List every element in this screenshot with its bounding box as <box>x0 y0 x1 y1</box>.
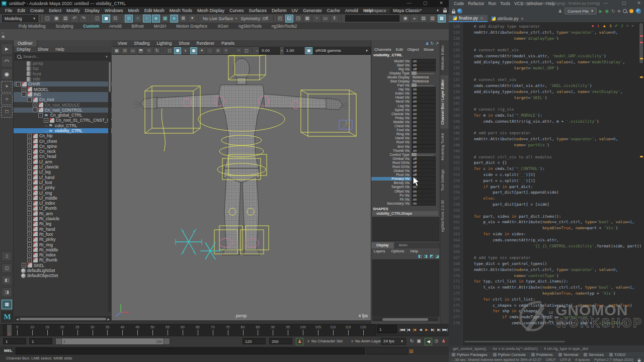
outliner-item-skel[interactable]: +SKEL <box>14 263 112 268</box>
command-input-field[interactable] <box>16 347 365 354</box>
channel-menu-edit[interactable]: Edit <box>394 47 405 52</box>
redo-icon[interactable]: ↷ <box>79 15 88 23</box>
outliner-item-cn_chest[interactable]: +Cn_chest <box>14 138 112 143</box>
shelf-menu-icon[interactable]: – <box>2 30 4 35</box>
scale-tool-icon[interactable]: □ <box>1 106 13 118</box>
attribute-value-field[interactable]: off <box>412 67 436 71</box>
channel-attribute-model-display[interactable]: Model DisplayReference <box>371 75 440 79</box>
render-settings-icon[interactable]: ▭ <box>321 15 330 23</box>
viewport-panel[interactable]: ViewShadingLightingShowRendererPanels ▦⊡… <box>112 40 371 324</box>
play-backwards-button[interactable]: ◀ <box>417 328 423 332</box>
maya-menu-edit-mesh[interactable]: Edit Mesh <box>142 8 167 13</box>
maya-menu-edit[interactable]: Edit <box>15 8 28 13</box>
outliner-item-rt_hand[interactable]: +Rt_hand <box>14 227 112 232</box>
field-chart-icon[interactable]: ⌗ <box>145 47 152 54</box>
outliner-item-rt_foot[interactable]: +Rt_foot <box>14 232 112 237</box>
outliner-panel-tab[interactable]: Outliner <box>14 40 37 46</box>
command-line-language-button[interactable]: MEL <box>4 348 13 353</box>
code-with-me-icon[interactable]: ♟ <box>558 9 562 14</box>
attribute-value-field[interactable]: on <box>412 148 436 153</box>
search-everywhere-icon[interactable] <box>623 9 627 13</box>
outliner-item-defaultobjectset[interactable]: defaultObjectSet <box>14 273 112 278</box>
code-line[interactable]: side = c.split('_')[0] <box>464 172 535 178</box>
outliner-item-rt_thumb[interactable]: +Rt_thumb <box>14 257 112 262</box>
debug-button[interactable]: ◉ <box>605 9 609 14</box>
outliner-item-model[interactable]: +MODEL <box>14 86 112 92</box>
code-line[interactable]: nmAttr.Attribute(node=v_ctrl.ctrl, type=… <box>464 30 618 36</box>
code-line[interactable]: cmds.connectAttr(t_vis.attr, shp + '.vis… <box>464 320 627 326</box>
channel-menu-channels[interactable]: Channels <box>372 47 393 52</box>
expand-toggle-icon[interactable]: + <box>27 186 32 190</box>
layer-menu-help[interactable]: Help <box>408 249 420 253</box>
persp-outliner-layout-button[interactable]: ◧ <box>2 276 12 285</box>
code-line[interactable]: # connect skel_vis <box>464 77 516 83</box>
outliner-horizontal-scrollbar[interactable]: ◀ ▶ <box>15 316 111 322</box>
playback-start-field[interactable]: 1 <box>29 338 52 344</box>
move-layer-icon[interactable]: ◪ <box>435 254 439 258</box>
maya-menu-mesh-display[interactable]: Mesh Display <box>195 8 227 13</box>
modeling-toolkit-icon[interactable]: ◉ <box>401 15 410 23</box>
tab-close-icon[interactable]: ✕ <box>480 16 484 21</box>
outliner-item-lf_arm[interactable]: +Lf_arm <box>14 159 112 164</box>
outliner-item-cn_neck[interactable]: +Cn_neck <box>14 149 112 154</box>
channel-sync-icon[interactable]: ↻ <box>431 41 434 46</box>
expand-toggle-icon[interactable]: + <box>27 159 32 164</box>
anim-layer-selector[interactable]: ▼No Anim Layer <box>351 338 381 344</box>
snap-to-point-icon[interactable]: ◇ <box>143 15 151 23</box>
outliner-item-lf_clavicle[interactable]: +Lf_clavicle <box>14 164 112 169</box>
code-line[interactable]: cmds.connectAttr(skel_vis.attr, 'SKEL.vi… <box>464 83 592 89</box>
shelf-gear-icon[interactable]: ✱ <box>2 35 5 39</box>
channel-box-node-name[interactable]: visibility_CTRL <box>373 53 403 57</box>
sidebar-tab-modeling-toolkit[interactable]: Modeling Toolkit <box>440 129 448 164</box>
ambient-occlusion-icon[interactable]: ⊙ <box>214 47 221 54</box>
editor-tab-finalize-py[interactable]: finalize.py✕ <box>449 15 488 22</box>
code-line[interactable]: cmds.connectAttr(model_vis.attr, 'model_… <box>464 53 606 59</box>
ik-star-controls[interactable] <box>176 229 226 259</box>
maya-title-bar[interactable]: M untitled* - Autodesk Maya 2020: untitl… <box>0 0 449 7</box>
code-line[interactable]: target='model_GRP') <box>464 65 559 71</box>
channel-box-icon[interactable]: ▦ <box>438 15 446 23</box>
code-line[interactable]: nmAttr.Attribute(node=v_ctrl.ctrl, type=… <box>464 136 618 142</box>
character-set-selector[interactable]: ▼No Character Set <box>307 338 343 344</box>
expand-toggle-icon[interactable]: − <box>27 98 32 102</box>
code-line[interactable]: part_dict[part] = [side] <box>464 202 549 208</box>
expand-toggle-icon[interactable]: + <box>27 149 32 154</box>
outliner-item-rt_leg[interactable]: +Rt_leg <box>14 221 112 226</box>
pycharm-menu-code[interactable]: Code <box>452 1 466 6</box>
undo-icon[interactable]: ↶ <box>70 15 78 23</box>
code-line[interactable]: cmds.connectAttr(p_vis.attr, <box>464 237 559 243</box>
code-line[interactable]: if part in part_dict: <box>464 184 533 190</box>
code-line[interactable]: add_dislpay_type(node=v_ctrl.ctrl, value… <box>464 59 625 65</box>
tool-settings-icon[interactable]: ▤ <box>420 15 428 23</box>
current-time-marker[interactable]: 1 <box>7 325 12 336</box>
outliner-menu-display[interactable]: Display <box>14 47 34 52</box>
expand-toggle-icon[interactable]: − <box>38 113 43 118</box>
expand-toggle-icon[interactable]: − <box>33 108 37 112</box>
shape-node-row[interactable]: visibility_CTRLShape <box>372 211 438 216</box>
wireframe-icon[interactable]: ◻ <box>166 47 173 54</box>
pycharm-maximize-button[interactable]: ▢ <box>618 0 630 7</box>
outliner-item-lf_middle[interactable]: +Lf_middle <box>14 196 112 201</box>
expand-toggle-icon[interactable]: + <box>27 201 32 206</box>
snap-to-grid-icon[interactable]: ⊞ <box>125 15 133 23</box>
inspections-widget[interactable]: ●1 ▲3 ✔2 ˄˅ <box>590 23 636 29</box>
open-scene-icon[interactable]: ▣ <box>52 15 60 23</box>
expand-toggle-icon[interactable]: + <box>27 211 32 216</box>
breadcrumb-item[interactable]: if ctrl.rig_type in type_dict <box>544 346 588 351</box>
two-pane-layout-button[interactable]: ◨ <box>2 288 12 297</box>
select-tool-icon[interactable]: ► <box>1 43 13 55</box>
viewport-menu-renderer[interactable]: Renderer <box>194 41 217 46</box>
readonly-lock-icon[interactable] <box>638 360 641 362</box>
pycharm-minimize-button[interactable]: — <box>600 0 612 7</box>
channel-attribute-thumb-vis[interactable]: Thumb Vison <box>371 148 440 152</box>
pycharm-close-button[interactable]: ✕ <box>633 0 644 7</box>
outliner-item-lf_leg[interactable]: +Lf_leg <box>14 169 112 174</box>
viewport-menu-show[interactable]: Show <box>176 41 192 46</box>
outliner-vertical-scrollbar[interactable] <box>108 61 111 312</box>
channel-character-icon[interactable]: ♟ <box>425 41 429 46</box>
code-line[interactable]: for typ, ctrl_list in type_dict.items(): <box>464 279 569 285</box>
sphere-icon[interactable] <box>457 9 462 14</box>
channel-menu-object[interactable]: Object <box>406 47 421 52</box>
gamma-field[interactable]: 1.00 <box>284 47 304 54</box>
maya-menu-surfaces[interactable]: Surfaces <box>247 8 270 13</box>
